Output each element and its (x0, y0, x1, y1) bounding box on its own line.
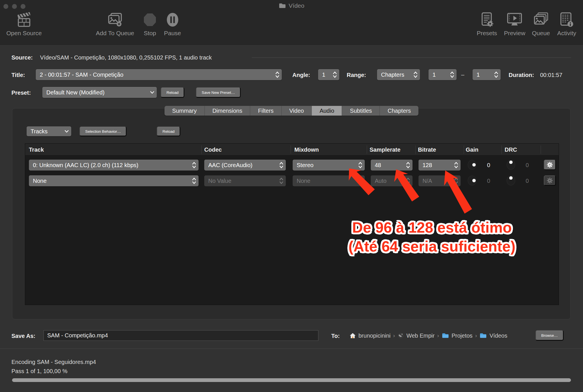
pause-label: Pause (164, 30, 181, 37)
encoding-status-line: Encoding SAM - Seguidores.mp4 (11, 358, 96, 366)
col-codec: Codec (204, 144, 222, 156)
col-mixdown: Mixdown (294, 144, 319, 156)
track-select-value: None (33, 178, 190, 184)
stop-octagon-icon (143, 11, 156, 28)
tab-subtitles[interactable]: Subtitles (342, 106, 380, 116)
source-label: Source: (11, 54, 33, 61)
pause-button[interactable]: Pause (164, 11, 181, 37)
range-type-select[interactable]: Chapters (377, 69, 420, 80)
activity-button[interactable]: Activity (557, 11, 576, 37)
preset-select[interactable]: Default New (Modified) (42, 87, 157, 98)
tab-dimensions[interactable]: Dimensions (204, 106, 250, 116)
title-select[interactable]: 2 - 00:01:57 - SAM - Competição (36, 69, 282, 80)
presets-document-gear-icon (479, 11, 494, 28)
tab-filters[interactable]: Filters (250, 106, 281, 116)
tab-chapters[interactable]: Chapters (380, 106, 419, 116)
range-start-stepper[interactable]: 1 (429, 69, 457, 80)
activity-log-icon (559, 11, 574, 28)
range-end-stepper[interactable]: 1 (473, 69, 501, 80)
range-label: Range: (347, 72, 366, 78)
source-divider (252, 58, 571, 58)
preview-button[interactable]: Preview (504, 11, 526, 37)
handbrake-window: { "titlebar": { "title": "Vídeo" }, "too… (0, 0, 583, 392)
range-type-value: Chapters (381, 72, 412, 78)
presets-label: Presets (477, 30, 497, 37)
stepper-chevrons-icon (279, 177, 283, 184)
duration-value: 00:01:57 (540, 72, 562, 78)
gain-knob[interactable] (468, 160, 476, 170)
add-photos-icon (107, 11, 123, 28)
blue-folder-icon (442, 333, 449, 338)
stepper-chevrons-icon (413, 71, 418, 78)
to-label: To: (331, 333, 340, 339)
preset-label: Preset: (11, 90, 31, 96)
browse-button[interactable]: Browse… (536, 330, 564, 340)
gain-value: 0 (483, 159, 494, 171)
queue-label: Queue (532, 30, 550, 37)
save-as-filename-input[interactable] (43, 330, 318, 341)
stepper-chevrons-icon (454, 162, 458, 169)
preset-reload-button[interactable]: Reload (161, 87, 184, 98)
preview-monitor-icon (507, 11, 523, 28)
col-track: Track (29, 144, 44, 156)
track-select[interactable]: None (29, 175, 199, 186)
gear-icon (546, 161, 553, 168)
col-drc: DRC (505, 144, 517, 156)
folder-icon (279, 3, 286, 9)
codec-select: No Value (204, 175, 286, 186)
preview-label: Preview (504, 30, 526, 37)
annotation-line1: De 96 à 128 está ótimo (340, 218, 523, 237)
stop-label: Stop (144, 30, 156, 37)
gear-icon (546, 177, 553, 184)
pause-icon (166, 11, 179, 28)
selection-behavior-button[interactable]: Selection Behavior… (80, 126, 126, 136)
track-select[interactable]: 0: Unknown (AAC LC) (2.0 ch) (112 kbps) (29, 160, 199, 171)
presets-button[interactable]: Presets (477, 11, 497, 37)
tab-audio[interactable]: Audio (312, 106, 342, 116)
breadcrumb-separator: › (393, 332, 395, 339)
stop-button[interactable]: Stop (143, 11, 156, 37)
drc-knob[interactable] (507, 160, 515, 170)
track-settings-button[interactable] (544, 160, 556, 170)
range-dash: – (461, 72, 464, 78)
angle-value: 1 (322, 72, 331, 78)
track-settings-button (544, 175, 556, 186)
tab-video[interactable]: Video (281, 106, 312, 116)
audio-reload-button[interactable]: Reload (157, 126, 180, 136)
stepper-chevrons-icon (494, 71, 498, 78)
column-divider (501, 145, 502, 154)
breadcrumb-separator: › (437, 332, 439, 339)
encode-progress-bar (12, 378, 571, 382)
open-source-button[interactable]: Open Source (6, 11, 42, 37)
queue-button[interactable]: Queue (532, 11, 550, 37)
title-select-value: 2 - 00:01:57 - SAM - Competição (40, 72, 273, 78)
tracks-dropdown[interactable]: Tracks (27, 126, 71, 136)
destination-breadcrumb: brunopicinini › Web Empir › Projetos › V… (350, 330, 507, 341)
chevron-down-icon (150, 91, 154, 94)
window-title: Vídeo (0, 2, 583, 9)
title-label: Title: (11, 72, 25, 78)
column-divider (464, 145, 464, 154)
angle-stepper[interactable]: 1 (318, 69, 339, 80)
save-new-preset-button[interactable]: Save New Preset… (196, 87, 241, 98)
codec-select[interactable]: AAC (CoreAudio) (204, 160, 286, 171)
progress-fill (12, 378, 571, 382)
drc-value: 0 (521, 175, 533, 187)
titlebar-toolbar: Vídeo Open Source (0, 0, 583, 45)
source-value: Vídeo/SAM - Competição, 1080x1080, 0,255… (40, 54, 212, 61)
col-samplerate: Samplerate (370, 144, 400, 156)
pass-status-line: Pass 1 of 1, 100,00 % (11, 367, 68, 375)
column-divider (291, 145, 291, 154)
drc-knob (507, 176, 515, 185)
track-select-value: 0: Unknown (AAC LC) (2.0 ch) (112 kbps) (33, 162, 190, 169)
footer-divider (0, 349, 583, 349)
add-to-queue-button[interactable]: Add To Queue (96, 11, 134, 37)
tab-summary[interactable]: Summary (164, 106, 205, 116)
angle-label: Angle: (292, 72, 310, 78)
breadcrumb-item: Vídeos (489, 332, 507, 339)
audio-panel: Tracks Selection Behavior… Reload Track … (12, 108, 571, 319)
column-divider (201, 145, 202, 154)
range-end-value: 1 (477, 72, 492, 78)
stepper-chevrons-icon (279, 162, 283, 169)
gain-value: 0 (483, 175, 494, 187)
